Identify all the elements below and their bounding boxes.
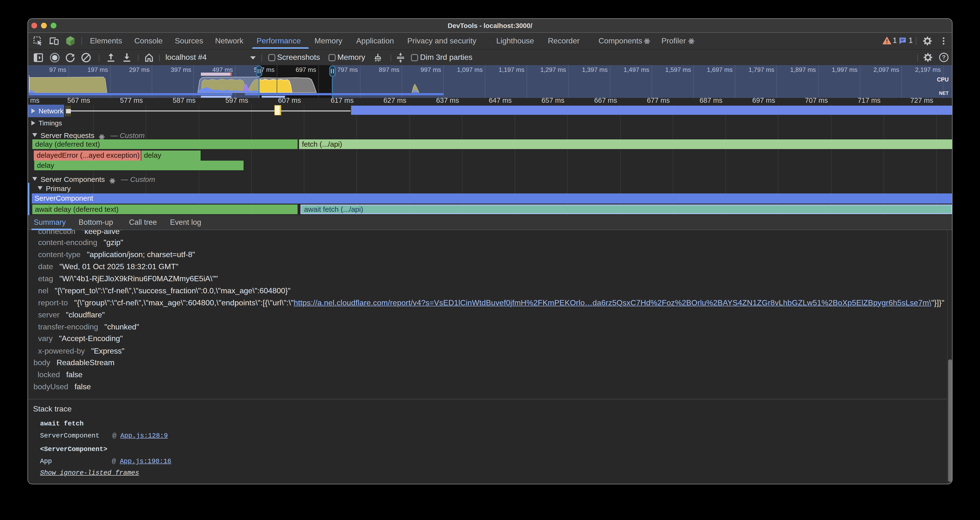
svg-text:997 ms: 997 ms	[420, 66, 441, 73]
svg-text:797 ms: 797 ms	[337, 66, 358, 73]
svg-text:1,497 ms: 1,497 ms	[624, 66, 649, 73]
svg-text:197 ms: 197 ms	[87, 66, 108, 73]
svg-text:1,797 ms: 1,797 ms	[748, 66, 774, 73]
svg-text:2,197 ms: 2,197 ms	[915, 66, 941, 73]
svg-text:2,097 ms: 2,097 ms	[873, 66, 899, 73]
svg-text:1,697 ms: 1,697 ms	[707, 66, 733, 73]
svg-text:1,197 ms: 1,197 ms	[499, 66, 525, 73]
svg-text:1,097 ms: 1,097 ms	[457, 66, 483, 73]
svg-text:97 ms: 97 ms	[49, 66, 66, 73]
svg-text:1,397 ms: 1,397 ms	[582, 66, 608, 73]
svg-text:CPU: CPU	[937, 76, 949, 83]
svg-text:1,597 ms: 1,597 ms	[665, 66, 691, 73]
svg-text:497 ms: 497 ms	[212, 66, 233, 73]
svg-text:297 ms: 297 ms	[129, 66, 150, 73]
svg-text:1,897 ms: 1,897 ms	[790, 66, 816, 73]
svg-text:397 ms: 397 ms	[171, 66, 191, 73]
svg-text:?: ?	[942, 54, 946, 61]
svg-text:1,297 ms: 1,297 ms	[540, 66, 566, 73]
svg-text:697 ms: 697 ms	[296, 66, 316, 73]
svg-text:1,997 ms: 1,997 ms	[832, 66, 858, 73]
svg-text:NET: NET	[939, 91, 949, 96]
svg-text:897 ms: 897 ms	[379, 66, 399, 73]
